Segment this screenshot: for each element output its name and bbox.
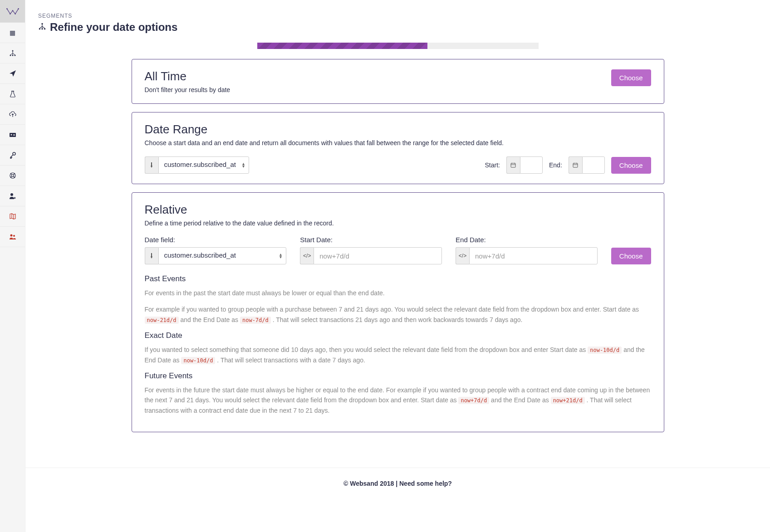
svg-rect-28 <box>573 163 578 167</box>
date-field-label: Date field: <box>145 236 287 244</box>
svg-point-1 <box>18 8 19 10</box>
progress-bar <box>257 43 539 49</box>
help-text: For events in the future the start date … <box>145 385 651 415</box>
lifebuoy-icon <box>9 172 16 179</box>
start-date-field[interactable] <box>520 156 543 174</box>
relative-start-input[interactable]: </> <box>300 247 442 264</box>
filter-icon <box>145 247 158 264</box>
past-events-heading: Past Events <box>145 274 651 283</box>
grid-icon: ▦ <box>10 29 15 36</box>
nav-send[interactable] <box>0 63 25 84</box>
svg-rect-10 <box>10 133 16 137</box>
card-relative: Relative Define a time period relative t… <box>132 192 664 432</box>
choose-button-all-time[interactable]: Choose <box>611 69 651 86</box>
card-subtitle: Define a time period relative to the dat… <box>145 220 651 227</box>
choose-button-date-range[interactable]: Choose <box>611 157 651 174</box>
nav-support[interactable] <box>0 166 25 186</box>
users-icon <box>9 233 16 240</box>
nav-dashboard[interactable]: ▦ <box>0 23 25 43</box>
calendar-icon <box>506 156 520 174</box>
nav-segments[interactable] <box>0 43 25 63</box>
hierarchy-icon <box>9 49 16 57</box>
code-icon: </> <box>456 247 469 264</box>
svg-point-4 <box>12 10 13 11</box>
help-text: For events in the past the start date mu… <box>145 288 651 298</box>
relative-start-field[interactable] <box>314 247 442 264</box>
code-sample: now-10d/d <box>588 347 622 354</box>
svg-point-17 <box>10 193 13 196</box>
nav-lab[interactable] <box>0 84 25 104</box>
code-sample: now-7d/d <box>240 317 271 324</box>
nav-user-remove[interactable] <box>0 186 25 206</box>
hierarchy-icon <box>38 22 46 32</box>
card-subtitle: Don't filter your results by date <box>145 86 231 93</box>
end-date-label: End Date: <box>456 236 598 244</box>
start-date-input[interactable] <box>506 156 543 174</box>
svg-point-2 <box>10 13 11 15</box>
page-header: SEGMENTS Refine your date options <box>25 0 770 38</box>
relative-date-field-select[interactable]: customer.subscribed_at ▴▾ <box>145 247 287 264</box>
relative-end-field[interactable] <box>469 247 598 264</box>
svg-point-16 <box>11 175 14 177</box>
flask-icon <box>9 90 16 98</box>
svg-point-0 <box>6 8 8 10</box>
filter-icon <box>145 156 158 174</box>
svg-point-19 <box>13 235 15 237</box>
id-card-icon <box>9 131 16 138</box>
logo[interactable] <box>0 0 25 23</box>
nav-users[interactable] <box>0 227 25 247</box>
svg-point-11 <box>10 134 12 136</box>
code-sample: now-21d/d <box>145 317 179 324</box>
select-value: customer.subscribed_at <box>158 156 249 174</box>
card-subtitle: Choose a start data and an end date and … <box>145 139 651 146</box>
svg-point-18 <box>10 234 12 237</box>
calendar-icon <box>569 156 582 174</box>
sidebar: ▦ <box>0 0 25 532</box>
code-sample: now+7d/d <box>458 397 489 404</box>
help-text: For example if you wanted to group peopl… <box>145 304 651 325</box>
exact-date-heading: Exact Date <box>145 331 651 340</box>
select-value: customer.subscribed_at <box>158 247 287 264</box>
page-title: Refine your date options <box>50 21 177 34</box>
nav-key[interactable] <box>0 145 25 166</box>
relative-end-input[interactable]: </> <box>456 247 598 264</box>
help-text: If you wanted to select something that s… <box>145 345 651 365</box>
logo-icon <box>6 7 19 15</box>
card-title: Relative <box>145 203 651 217</box>
cloud-upload-icon <box>9 111 16 118</box>
end-label: End: <box>549 161 562 169</box>
nav-card[interactable] <box>0 125 25 145</box>
svg-rect-24 <box>511 163 515 167</box>
card-title: Date Range <box>145 122 651 137</box>
code-icon: </> <box>300 247 314 264</box>
nav-flag[interactable] <box>0 206 25 227</box>
key-icon <box>9 151 16 159</box>
svg-rect-12 <box>13 134 15 135</box>
nav-upload[interactable] <box>0 104 25 125</box>
breadcrumb: SEGMENTS <box>38 13 770 19</box>
choose-button-relative[interactable]: Choose <box>611 248 651 264</box>
future-events-heading: Future Events <box>145 371 651 381</box>
svg-rect-13 <box>13 135 15 136</box>
card-date-range: Date Range Choose a start data and an en… <box>132 112 664 184</box>
code-sample: now+21d/d <box>551 397 585 404</box>
start-date-label: Start Date: <box>300 236 442 244</box>
progress-fill <box>257 43 427 49</box>
map-icon <box>9 213 16 220</box>
end-date-field[interactable] <box>582 156 605 174</box>
card-all-time: All Time Don't filter your results by da… <box>132 59 664 104</box>
end-date-input[interactable] <box>569 156 605 174</box>
start-label: Start: <box>485 161 500 169</box>
user-x-icon <box>9 192 16 200</box>
date-field-select[interactable]: customer.subscribed_at ▴▾ <box>145 156 249 174</box>
code-sample: now-10d/d <box>181 357 215 364</box>
footer: © Websand 2018 | Need some help? <box>25 468 770 499</box>
paper-plane-icon <box>9 70 16 77</box>
svg-point-3 <box>15 13 16 15</box>
card-title: All Time <box>145 69 231 83</box>
